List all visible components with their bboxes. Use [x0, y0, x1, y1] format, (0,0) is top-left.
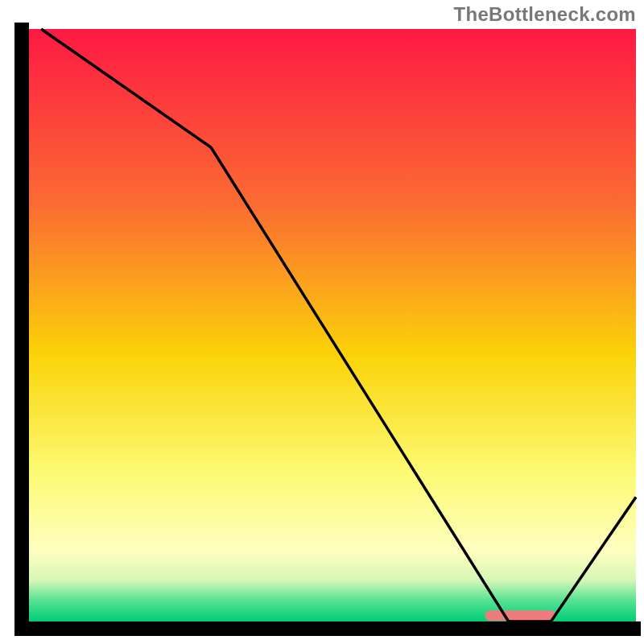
- plot-background: [29, 29, 636, 621]
- x-axis: [14, 621, 641, 636]
- watermark-text: TheBottleneck.com: [454, 3, 636, 26]
- chart-frame: TheBottleneck.com: [0, 0, 644, 644]
- bottleneck-chart: [0, 0, 644, 644]
- y-axis: [14, 23, 29, 636]
